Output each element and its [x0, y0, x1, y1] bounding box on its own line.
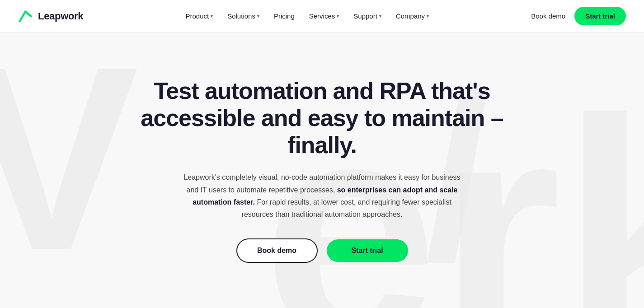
nav-item-support[interactable]: Support ▾	[353, 12, 381, 20]
hero-heading: Test automation and RPA that's accessibl…	[137, 78, 508, 159]
nav-item-solutions[interactable]: Solutions ▾	[227, 12, 259, 20]
chevron-down-icon: ▾	[337, 14, 339, 19]
leapwork-logo-icon	[18, 10, 34, 23]
start-trial-hero-button[interactable]: Start trial	[327, 239, 408, 262]
book-demo-nav-button[interactable]: Book demo	[531, 12, 565, 20]
hero-content: Test automation and RPA that's accessibl…	[119, 51, 526, 290]
nav-item-services[interactable]: Services ▾	[309, 12, 339, 20]
chevron-down-icon: ▾	[211, 14, 213, 19]
chevron-down-icon: ▾	[257, 14, 259, 19]
nav-item-company[interactable]: Company ▾	[396, 12, 429, 20]
hero-cta-buttons: Book demo Start trial	[137, 238, 508, 263]
navbar: Leapwork Product ▾ Solutions ▾ Pricing S…	[0, 0, 644, 33]
nav-links: Product ▾ Solutions ▾ Pricing Services ▾…	[185, 12, 429, 20]
book-demo-hero-button[interactable]: Book demo	[236, 238, 318, 263]
nav-actions: Book demo Start trial	[531, 7, 626, 25]
start-trial-nav-button[interactable]: Start trial	[574, 7, 626, 25]
hero-section: V erk / Test automation and RPA that's a…	[0, 33, 644, 308]
hero-subtext: Leapwork's completely visual, no-code au…	[178, 171, 467, 220]
nav-item-product[interactable]: Product ▾	[185, 12, 213, 20]
logo-text: Leapwork	[38, 10, 83, 22]
chevron-down-icon: ▾	[427, 14, 429, 19]
nav-item-pricing[interactable]: Pricing	[274, 12, 295, 20]
chevron-down-icon: ▾	[379, 14, 381, 19]
logo[interactable]: Leapwork	[18, 10, 83, 23]
